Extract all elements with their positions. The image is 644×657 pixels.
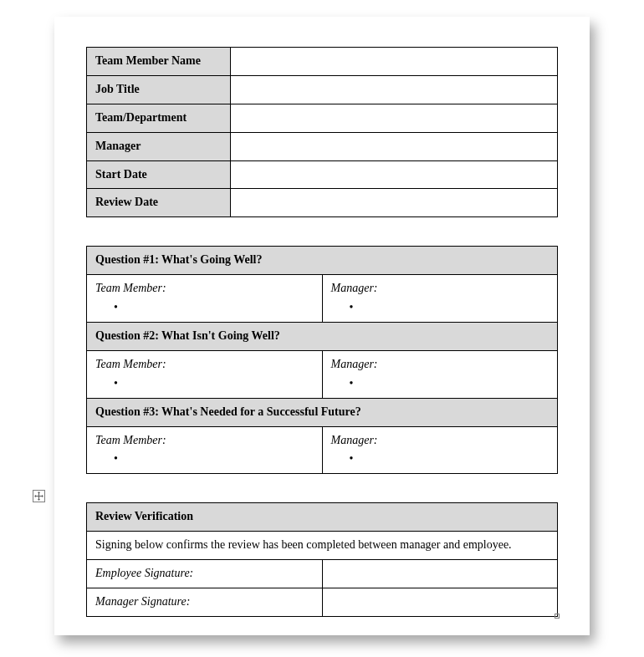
questions-table: Question #1: What's Going Well? Team Mem… bbox=[86, 246, 558, 474]
team-member-response[interactable]: Team Member: • bbox=[87, 350, 323, 398]
info-value[interactable] bbox=[231, 104, 558, 132]
question-header: Question #1: What's Going Well? bbox=[87, 247, 558, 275]
manager-signature-field[interactable] bbox=[322, 588, 558, 617]
info-label: Review Date bbox=[87, 189, 231, 217]
bullet-icon: • bbox=[331, 376, 549, 392]
table-row: Signing below confirms the review has be… bbox=[87, 532, 558, 560]
table-row: Review Verification bbox=[87, 503, 558, 532]
document-page: Team Member Name Job Title Team/Departme… bbox=[54, 17, 590, 635]
table-row: Review Date bbox=[87, 189, 558, 217]
info-table: Team Member Name Job Title Team/Departme… bbox=[86, 47, 558, 217]
table-row: Employee Signature: bbox=[87, 560, 558, 588]
table-row: Manager bbox=[87, 132, 558, 160]
info-value[interactable] bbox=[231, 189, 558, 217]
respond-label: Team Member: bbox=[95, 433, 314, 449]
bullet-icon: • bbox=[95, 300, 314, 316]
info-label: Job Title bbox=[87, 75, 231, 104]
verification-header: Review Verification bbox=[87, 503, 558, 532]
table-row: Question #1: What's Going Well? bbox=[87, 247, 558, 275]
employee-signature-field[interactable] bbox=[322, 560, 558, 588]
table-move-handle-icon[interactable] bbox=[33, 490, 45, 502]
info-value[interactable] bbox=[231, 75, 558, 104]
question-header: Question #2: What Isn't Going Well? bbox=[87, 323, 558, 351]
question-header: Question #3: What's Needed for a Success… bbox=[87, 398, 558, 426]
table-row: Team Member: • Manager: • bbox=[87, 350, 558, 398]
respond-label: Team Member: bbox=[95, 281, 314, 297]
bullet-icon: • bbox=[95, 451, 314, 467]
table-row: Job Title bbox=[87, 75, 558, 104]
bullet-icon: • bbox=[331, 300, 549, 316]
table-row: Question #3: What's Needed for a Success… bbox=[87, 398, 558, 426]
info-label: Manager bbox=[87, 132, 231, 160]
respond-label: Manager: bbox=[331, 281, 549, 297]
manager-response[interactable]: Manager: • bbox=[322, 350, 558, 398]
table-resize-handle-icon[interactable] bbox=[555, 614, 560, 619]
verification-table: Review Verification Signing below confir… bbox=[86, 502, 558, 617]
table-row: Team Member: • Manager: • bbox=[87, 426, 558, 474]
respond-label: Manager: bbox=[331, 357, 549, 373]
respond-label: Manager: bbox=[331, 433, 549, 449]
manager-signature-label: Manager Signature: bbox=[87, 588, 323, 617]
bullet-icon: • bbox=[95, 376, 314, 392]
info-value[interactable] bbox=[231, 132, 558, 160]
verification-body: Signing below confirms the review has be… bbox=[87, 532, 558, 560]
info-label: Team/Department bbox=[87, 104, 231, 132]
manager-response[interactable]: Manager: • bbox=[322, 275, 558, 323]
table-row: Question #2: What Isn't Going Well? bbox=[87, 323, 558, 351]
info-label: Start Date bbox=[87, 160, 231, 189]
employee-signature-label: Employee Signature: bbox=[87, 560, 323, 588]
team-member-response[interactable]: Team Member: • bbox=[87, 275, 323, 323]
respond-label: Team Member: bbox=[95, 357, 314, 373]
bullet-icon: • bbox=[331, 451, 549, 467]
table-row: Team Member: • Manager: • bbox=[87, 275, 558, 323]
team-member-response[interactable]: Team Member: • bbox=[87, 426, 323, 474]
info-label: Team Member Name bbox=[87, 48, 231, 76]
table-row: Team/Department bbox=[87, 104, 558, 132]
info-value[interactable] bbox=[231, 160, 558, 189]
manager-response[interactable]: Manager: • bbox=[322, 426, 558, 474]
info-value[interactable] bbox=[231, 48, 558, 76]
table-row: Manager Signature: bbox=[87, 588, 558, 617]
table-row: Start Date bbox=[87, 160, 558, 189]
table-row: Team Member Name bbox=[87, 48, 558, 76]
